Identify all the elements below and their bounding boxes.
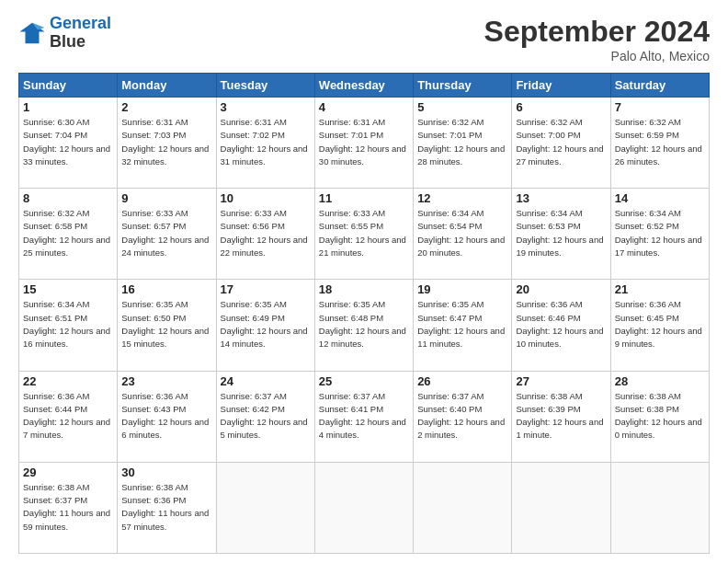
day-info: Sunrise: 6:35 AM Sunset: 6:47 PM Dayligh… <box>417 298 507 350</box>
day-number: 29 <box>23 465 113 479</box>
day-number: 12 <box>417 191 507 205</box>
table-row: 16 Sunrise: 6:35 AM Sunset: 6:50 PM Dayl… <box>118 280 216 371</box>
day-number: 23 <box>121 374 211 388</box>
calendar-week-row: 8 Sunrise: 6:32 AM Sunset: 6:58 PM Dayli… <box>19 189 710 280</box>
table-row: 24 Sunrise: 6:37 AM Sunset: 6:42 PM Dayl… <box>216 371 314 462</box>
calendar-week-row: 1 Sunrise: 6:30 AM Sunset: 7:04 PM Dayli… <box>19 98 710 189</box>
day-info: Sunrise: 6:32 AM Sunset: 6:58 PM Dayligh… <box>23 207 113 259</box>
day-info: Sunrise: 6:36 AM Sunset: 6:46 PM Dayligh… <box>516 298 606 350</box>
table-row: 25 Sunrise: 6:37 AM Sunset: 6:41 PM Dayl… <box>314 371 413 462</box>
day-number: 14 <box>615 191 705 205</box>
title-block: September 2024 Palo Alto, Mexico <box>484 15 710 63</box>
day-info: Sunrise: 6:38 AM Sunset: 6:38 PM Dayligh… <box>615 390 705 442</box>
calendar-week-row: 29 Sunrise: 6:38 AM Sunset: 6:37 PM Dayl… <box>19 462 710 553</box>
location: Palo Alto, Mexico <box>484 49 710 63</box>
table-row: 2 Sunrise: 6:31 AM Sunset: 7:03 PM Dayli… <box>118 98 216 189</box>
calendar-week-row: 15 Sunrise: 6:34 AM Sunset: 6:51 PM Dayl… <box>19 280 710 371</box>
table-row <box>216 462 314 553</box>
day-info: Sunrise: 6:37 AM Sunset: 6:42 PM Dayligh… <box>221 390 311 442</box>
day-info: Sunrise: 6:31 AM Sunset: 7:01 PM Dayligh… <box>319 116 409 168</box>
day-number: 19 <box>417 282 507 296</box>
day-info: Sunrise: 6:33 AM Sunset: 6:57 PM Dayligh… <box>121 207 211 259</box>
day-number: 27 <box>516 374 606 388</box>
logo-text: General Blue <box>50 15 111 52</box>
table-row: 26 Sunrise: 6:37 AM Sunset: 6:40 PM Dayl… <box>414 371 512 462</box>
day-info: Sunrise: 6:33 AM Sunset: 6:55 PM Dayligh… <box>319 207 409 259</box>
day-info: Sunrise: 6:38 AM Sunset: 6:36 PM Dayligh… <box>121 481 211 534</box>
day-number: 4 <box>319 100 409 114</box>
col-friday: Friday <box>512 74 610 98</box>
table-row: 1 Sunrise: 6:30 AM Sunset: 7:04 PM Dayli… <box>19 98 118 189</box>
table-row: 30 Sunrise: 6:38 AM Sunset: 6:36 PM Dayl… <box>118 462 216 553</box>
table-row: 10 Sunrise: 6:33 AM Sunset: 6:56 PM Dayl… <box>216 189 314 280</box>
table-row: 23 Sunrise: 6:36 AM Sunset: 6:43 PM Dayl… <box>118 371 216 462</box>
day-number: 15 <box>23 282 113 296</box>
logo: General Blue <box>18 15 111 52</box>
day-number: 11 <box>319 191 409 205</box>
day-info: Sunrise: 6:32 AM Sunset: 7:01 PM Dayligh… <box>417 116 507 168</box>
col-saturday: Saturday <box>610 74 709 98</box>
table-row: 11 Sunrise: 6:33 AM Sunset: 6:55 PM Dayl… <box>314 189 413 280</box>
calendar-header-row: Sunday Monday Tuesday Wednesday Thursday… <box>19 74 710 98</box>
day-number: 26 <box>417 374 507 388</box>
day-info: Sunrise: 6:35 AM Sunset: 6:50 PM Dayligh… <box>121 298 211 350</box>
table-row: 29 Sunrise: 6:38 AM Sunset: 6:37 PM Dayl… <box>19 462 118 553</box>
day-info: Sunrise: 6:31 AM Sunset: 7:02 PM Dayligh… <box>221 116 311 168</box>
day-number: 5 <box>417 100 507 114</box>
table-row: 3 Sunrise: 6:31 AM Sunset: 7:02 PM Dayli… <box>216 98 314 189</box>
day-number: 9 <box>121 191 211 205</box>
day-info: Sunrise: 6:34 AM Sunset: 6:53 PM Dayligh… <box>516 207 606 259</box>
table-row: 14 Sunrise: 6:34 AM Sunset: 6:52 PM Dayl… <box>610 189 709 280</box>
table-row: 19 Sunrise: 6:35 AM Sunset: 6:47 PM Dayl… <box>414 280 512 371</box>
day-info: Sunrise: 6:35 AM Sunset: 6:49 PM Dayligh… <box>221 298 311 350</box>
col-thursday: Thursday <box>414 74 512 98</box>
table-row: 9 Sunrise: 6:33 AM Sunset: 6:57 PM Dayli… <box>118 189 216 280</box>
table-row: 4 Sunrise: 6:31 AM Sunset: 7:01 PM Dayli… <box>314 98 413 189</box>
table-row: 8 Sunrise: 6:32 AM Sunset: 6:58 PM Dayli… <box>19 189 118 280</box>
day-number: 20 <box>516 282 606 296</box>
logo-icon <box>18 19 46 47</box>
day-info: Sunrise: 6:36 AM Sunset: 6:45 PM Dayligh… <box>615 298 705 350</box>
day-number: 8 <box>23 191 113 205</box>
table-row: 12 Sunrise: 6:34 AM Sunset: 6:54 PM Dayl… <box>414 189 512 280</box>
day-number: 17 <box>221 282 311 296</box>
day-number: 22 <box>23 374 113 388</box>
day-number: 10 <box>221 191 311 205</box>
table-row <box>512 462 610 553</box>
day-info: Sunrise: 6:38 AM Sunset: 6:37 PM Dayligh… <box>23 481 113 534</box>
table-row <box>314 462 413 553</box>
calendar-table: Sunday Monday Tuesday Wednesday Thursday… <box>18 73 710 554</box>
table-row <box>414 462 512 553</box>
table-row: 7 Sunrise: 6:32 AM Sunset: 6:59 PM Dayli… <box>610 98 709 189</box>
day-number: 30 <box>121 465 211 479</box>
day-info: Sunrise: 6:37 AM Sunset: 6:40 PM Dayligh… <box>417 390 507 442</box>
day-info: Sunrise: 6:34 AM Sunset: 6:52 PM Dayligh… <box>615 207 705 259</box>
day-info: Sunrise: 6:31 AM Sunset: 7:03 PM Dayligh… <box>121 116 211 168</box>
day-number: 3 <box>221 100 311 114</box>
day-info: Sunrise: 6:34 AM Sunset: 6:54 PM Dayligh… <box>417 207 507 259</box>
col-tuesday: Tuesday <box>216 74 314 98</box>
table-row: 17 Sunrise: 6:35 AM Sunset: 6:49 PM Dayl… <box>216 280 314 371</box>
svg-marker-0 <box>20 23 45 44</box>
calendar-week-row: 22 Sunrise: 6:36 AM Sunset: 6:44 PM Dayl… <box>19 371 710 462</box>
table-row: 15 Sunrise: 6:34 AM Sunset: 6:51 PM Dayl… <box>19 280 118 371</box>
day-info: Sunrise: 6:37 AM Sunset: 6:41 PM Dayligh… <box>319 390 409 442</box>
table-row: 27 Sunrise: 6:38 AM Sunset: 6:39 PM Dayl… <box>512 371 610 462</box>
page-header: General Blue September 2024 Palo Alto, M… <box>18 15 710 63</box>
day-number: 28 <box>615 374 705 388</box>
day-info: Sunrise: 6:38 AM Sunset: 6:39 PM Dayligh… <box>516 390 606 442</box>
day-number: 25 <box>319 374 409 388</box>
day-number: 16 <box>121 282 211 296</box>
day-number: 2 <box>121 100 211 114</box>
day-info: Sunrise: 6:32 AM Sunset: 6:59 PM Dayligh… <box>615 116 705 168</box>
table-row: 5 Sunrise: 6:32 AM Sunset: 7:01 PM Dayli… <box>414 98 512 189</box>
col-sunday: Sunday <box>19 74 118 98</box>
day-number: 18 <box>319 282 409 296</box>
table-row: 20 Sunrise: 6:36 AM Sunset: 6:46 PM Dayl… <box>512 280 610 371</box>
day-info: Sunrise: 6:30 AM Sunset: 7:04 PM Dayligh… <box>23 116 113 168</box>
day-number: 1 <box>23 100 113 114</box>
table-row: 28 Sunrise: 6:38 AM Sunset: 6:38 PM Dayl… <box>610 371 709 462</box>
col-wednesday: Wednesday <box>314 74 413 98</box>
table-row: 18 Sunrise: 6:35 AM Sunset: 6:48 PM Dayl… <box>314 280 413 371</box>
day-number: 6 <box>516 100 606 114</box>
